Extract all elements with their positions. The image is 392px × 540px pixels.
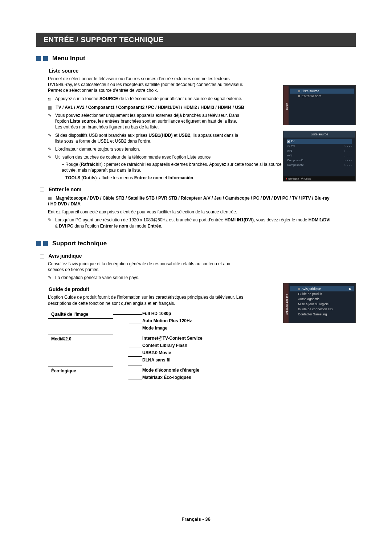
osd-row: Entrer le nom bbox=[290, 94, 354, 99]
section-marker bbox=[43, 56, 48, 61]
square-bullet-icon bbox=[48, 197, 52, 200]
tree-item: Internet@TV-Content Service bbox=[142, 335, 356, 342]
text: et bbox=[162, 175, 168, 180]
tree-box: Medi@2.0 bbox=[48, 335, 113, 343]
osd-tab: Entrée bbox=[283, 86, 289, 125]
dash-row: TOOLS (Outils): affiche les menus Entrer… bbox=[62, 175, 316, 181]
note-row: ⎘ Appuyez sur la touche SOURCE de la tél… bbox=[48, 96, 244, 102]
text: Información bbox=[168, 175, 193, 180]
checkbox-icon bbox=[40, 188, 44, 192]
paragraph: Consultez l'avis juridique et la dénégat… bbox=[48, 261, 244, 273]
text: du mode bbox=[128, 224, 147, 229]
osd-label: Mise à jour du logiciel bbox=[298, 302, 330, 306]
sub-head: Guide de produit bbox=[49, 286, 89, 292]
section-marker bbox=[36, 241, 41, 246]
osd-row: Contacter Samsung bbox=[290, 312, 354, 317]
osd-label: Autodiagnostic bbox=[298, 297, 319, 301]
text: Utilisation des touches de couleur de la… bbox=[55, 154, 244, 160]
tree-box: Éco-logique bbox=[48, 367, 113, 375]
text: et bbox=[172, 133, 179, 138]
bullet-devices: Magnétoscope / DVD / Câble STB / Satelli… bbox=[48, 195, 331, 207]
osd-row: Composant2: - - - - bbox=[287, 163, 352, 167]
text: Entrée bbox=[147, 224, 161, 229]
section-support: Support technique bbox=[36, 240, 356, 247]
tree-item: DLNA sans fil bbox=[142, 356, 356, 364]
osd-row: Guide de produit bbox=[290, 291, 354, 296]
tree-item: Mode image bbox=[142, 324, 356, 332]
osd-row: ▭ PC: - - - - bbox=[287, 144, 352, 148]
section-menu-input: Menu Input bbox=[36, 55, 356, 62]
text: Si des dispositifs USB sont branchés aux… bbox=[55, 133, 148, 138]
osd-tab: Support technique bbox=[283, 283, 289, 323]
osd-row: AV2: - - - - bbox=[287, 153, 352, 158]
text: dans l'option bbox=[73, 224, 100, 229]
note-icon: ✎ bbox=[48, 154, 55, 160]
osd-liste-source: Liste source ▣ TV ▭ PC: - - - - AV1: - -… bbox=[283, 131, 356, 181]
osd-row: ▣ TV bbox=[287, 139, 352, 144]
osd-row: Guide de connexion HD bbox=[290, 307, 354, 312]
text: de la télécommande pour afficher une sou… bbox=[118, 96, 242, 101]
text: L'ordinateur demeure toujours sous tensi… bbox=[55, 146, 244, 152]
text: Lorsqu'un PC ayant une résolution de 192… bbox=[55, 217, 224, 222]
sub-head: Liste source bbox=[49, 68, 78, 74]
text: Outils bbox=[83, 175, 95, 180]
osd-label: Guide de produit bbox=[298, 292, 322, 296]
osd-entree: Entrée Liste source Entrer le nom bbox=[283, 85, 356, 125]
note-row: ✎ La dénégation générale varie selon le … bbox=[48, 275, 244, 281]
text: DVI PC bbox=[59, 224, 73, 229]
osd-label: Entrer le nom bbox=[302, 94, 321, 98]
osd-label: Guide de connexion HD bbox=[298, 307, 333, 311]
note-icon: ✎ bbox=[48, 275, 55, 281]
osd-label: Contacter Samsung bbox=[298, 312, 327, 316]
text: TOOLS bbox=[65, 175, 80, 180]
tree-item: Content Library Flash bbox=[142, 342, 356, 349]
osd-title: Liste source bbox=[283, 131, 355, 138]
note-row: ✎ Si des dispositifs USB sont branchés a… bbox=[48, 132, 244, 144]
text: Rouge ( bbox=[65, 162, 81, 167]
dash-row: Rouge (Rafraîchir) : permet de rafraîchi… bbox=[62, 161, 316, 173]
osd-row: Avis juridique▶ bbox=[290, 286, 354, 291]
note-row: ✎ L'ordinateur demeure toujours sous ten… bbox=[48, 146, 244, 152]
osd-row: Mise à jour du logiciel bbox=[290, 302, 354, 307]
sub-head: Avis juridique bbox=[48, 253, 82, 259]
note-icon: ✎ bbox=[48, 112, 55, 130]
osd-row: AV1: - - - - bbox=[287, 148, 352, 153]
paragraph: Entrez l'appareil connecté aux prises d'… bbox=[48, 209, 324, 215]
note-icon: ✎ bbox=[48, 217, 55, 229]
checkbox-icon bbox=[40, 254, 44, 258]
square-bullet-icon bbox=[48, 106, 52, 110]
osd-support: Support technique Avis juridique▶ Guide … bbox=[283, 283, 356, 323]
section-marker bbox=[36, 56, 41, 61]
osd-footer: ■ Rafraîchir 🛠 Outils bbox=[283, 176, 355, 181]
sub-head: Entrer le nom bbox=[49, 187, 81, 192]
osd-label: Liste source bbox=[302, 89, 319, 93]
tree-item: USB2.0 Movie bbox=[142, 349, 356, 356]
text: . bbox=[161, 224, 162, 229]
text: HDMI1/DVI bbox=[309, 217, 331, 222]
osd-label: Avis juridique bbox=[302, 287, 321, 291]
text: USB1(HDD) bbox=[148, 133, 172, 138]
tree-item: Mode d'économie d'énergie bbox=[142, 367, 356, 374]
text: à bbox=[55, 224, 59, 229]
text: Rafraîchir bbox=[81, 162, 101, 167]
note-row: ✎ Lorsqu'un PC ayant une résolution de 1… bbox=[48, 217, 331, 229]
sub-avis: Avis juridique bbox=[40, 253, 356, 259]
text: Liste source bbox=[70, 119, 96, 124]
osd-row: Autodiagnostic bbox=[290, 296, 354, 302]
osd-row: Composant1: - - - - bbox=[287, 158, 352, 163]
section-title: Support technique bbox=[52, 240, 107, 247]
text: SOURCE bbox=[99, 96, 118, 101]
note-icon: ✎ bbox=[48, 146, 55, 152]
section-marker bbox=[43, 241, 48, 246]
text: , vous devez régler le mode bbox=[254, 217, 309, 222]
text: Entrer le nom bbox=[134, 175, 162, 180]
sub-liste-source: Liste source bbox=[40, 68, 356, 74]
text: TV / AV1 / AV2 / Composant1 / Composant2… bbox=[56, 105, 244, 110]
remote-icon: ⎘ bbox=[48, 96, 55, 102]
paragraph: Permet de sélectionner le téléviseur ou … bbox=[48, 76, 244, 94]
sub-entrer-nom: Entrer le nom bbox=[40, 187, 356, 192]
page-footer: Français - 36 bbox=[0, 516, 392, 522]
bullet-sources: TV / AV1 / AV2 / Composant1 / Composant2… bbox=[48, 105, 324, 110]
text: . bbox=[193, 175, 194, 180]
text: HDMI IN1(DVI) bbox=[224, 217, 254, 222]
